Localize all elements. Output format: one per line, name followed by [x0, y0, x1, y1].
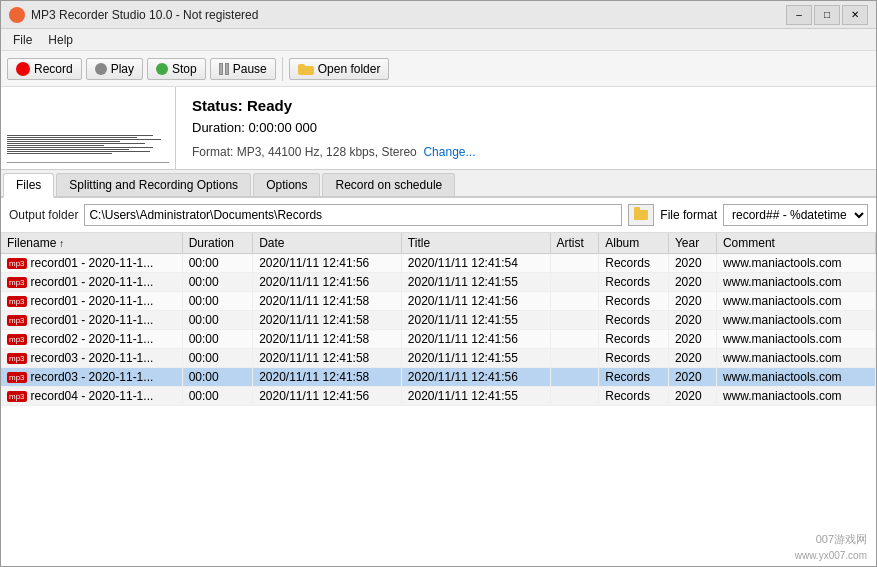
pause-label: Pause	[233, 62, 267, 76]
stop-icon	[156, 63, 168, 75]
output-path-input[interactable]	[84, 204, 622, 226]
folder-icon	[298, 63, 314, 75]
col-comment[interactable]: Comment	[716, 233, 875, 254]
output-folder-label: Output folder	[9, 208, 78, 222]
mp3-badge: mp3	[7, 296, 27, 307]
status-format: Format: MP3, 44100 Hz, 128 kbps, Stereo …	[192, 145, 860, 159]
table-row[interactable]: mp3record01 - 2020-11-1...00:002020/11/1…	[1, 311, 876, 330]
window-controls: – □ ✕	[786, 5, 868, 25]
mp3-badge: mp3	[7, 315, 27, 326]
col-year[interactable]: Year	[668, 233, 716, 254]
status-info: Status: Ready Duration: 0:00:00 000 Form…	[176, 87, 876, 169]
tab-splitting[interactable]: Splitting and Recording Options	[56, 173, 251, 196]
record-icon	[16, 62, 30, 76]
files-area: Output folder File format record## - %da…	[1, 198, 876, 233]
pause-icon	[219, 63, 229, 75]
duration-label: Duration:	[192, 120, 245, 135]
browse-folder-button[interactable]	[628, 204, 654, 226]
titlebar: MP3 Recorder Studio 10.0 - Not registere…	[1, 1, 876, 29]
table-row[interactable]: mp3record03 - 2020-11-1...00:002020/11/1…	[1, 349, 876, 368]
tab-options[interactable]: Options	[253, 173, 320, 196]
record-label: Record	[34, 62, 73, 76]
table-body: mp3record01 - 2020-11-1...00:002020/11/1…	[1, 254, 876, 406]
file-table: Filename Duration Date Title Artist Albu…	[1, 233, 876, 406]
title-text: MP3 Recorder Studio 10.0 - Not registere…	[31, 8, 786, 22]
mp3-badge: mp3	[7, 391, 27, 402]
file-format-label: File format	[660, 208, 717, 222]
play-label: Play	[111, 62, 134, 76]
table-row[interactable]: mp3record02 - 2020-11-1...00:002020/11/1…	[1, 330, 876, 349]
tabs: Files Splitting and Recording Options Op…	[1, 170, 876, 198]
pause-button[interactable]: Pause	[210, 58, 276, 80]
stop-label: Stop	[172, 62, 197, 76]
col-filename[interactable]: Filename	[1, 233, 182, 254]
tab-files[interactable]: Files	[3, 173, 54, 198]
col-album[interactable]: Album	[599, 233, 669, 254]
file-format-select[interactable]: record## - %datetimerecord## - %date%dat…	[723, 204, 868, 226]
format-label: Format: MP3, 44100 Hz, 128 kbps, Stereo	[192, 145, 417, 159]
app-icon	[9, 7, 25, 23]
play-button[interactable]: Play	[86, 58, 143, 80]
status-title: Status: Ready	[192, 97, 860, 114]
mp3-badge: mp3	[7, 334, 27, 345]
duration-value: 0:00:00 000	[248, 120, 317, 135]
status-panel: Status: Ready Duration: 0:00:00 000 Form…	[1, 87, 876, 170]
mp3-badge: mp3	[7, 277, 27, 288]
browse-folder-icon	[634, 210, 648, 220]
record-button[interactable]: Record	[7, 58, 82, 80]
open-folder-label: Open folder	[318, 62, 381, 76]
menubar: File Help	[1, 29, 876, 51]
mp3-badge: mp3	[7, 353, 27, 364]
table-row[interactable]: mp3record01 - 2020-11-1...00:002020/11/1…	[1, 254, 876, 273]
mp3-badge: mp3	[7, 258, 27, 269]
mp3-badge: mp3	[7, 372, 27, 383]
col-duration[interactable]: Duration	[182, 233, 252, 254]
main-content: Status: Ready Duration: 0:00:00 000 Form…	[1, 87, 876, 567]
col-title[interactable]: Title	[401, 233, 550, 254]
table-row[interactable]: mp3record01 - 2020-11-1...00:002020/11/1…	[1, 273, 876, 292]
menu-help[interactable]: Help	[40, 31, 81, 49]
menu-file[interactable]: File	[5, 31, 40, 49]
toolbar: Record Play Stop Pause Open folder	[1, 51, 876, 87]
col-artist[interactable]: Artist	[550, 233, 599, 254]
maximize-button[interactable]: □	[814, 5, 840, 25]
tab-schedule[interactable]: Record on schedule	[322, 173, 455, 196]
col-date[interactable]: Date	[253, 233, 402, 254]
toolbar-separator	[282, 57, 283, 81]
play-icon	[95, 63, 107, 75]
table-row[interactable]: mp3record03 - 2020-11-1...00:002020/11/1…	[1, 368, 876, 387]
open-folder-button[interactable]: Open folder	[289, 58, 390, 80]
table-row[interactable]: mp3record04 - 2020-11-1...00:002020/11/1…	[1, 387, 876, 406]
file-table-container[interactable]: Filename Duration Date Title Artist Albu…	[1, 233, 876, 567]
stop-button[interactable]: Stop	[147, 58, 206, 80]
status-duration: Duration: 0:00:00 000	[192, 120, 860, 135]
change-link[interactable]: Change...	[423, 145, 475, 159]
table-header-row: Filename Duration Date Title Artist Albu…	[1, 233, 876, 254]
close-button[interactable]: ✕	[842, 5, 868, 25]
waveform-area	[1, 87, 176, 169]
minimize-button[interactable]: –	[786, 5, 812, 25]
table-row[interactable]: mp3record01 - 2020-11-1...00:002020/11/1…	[1, 292, 876, 311]
